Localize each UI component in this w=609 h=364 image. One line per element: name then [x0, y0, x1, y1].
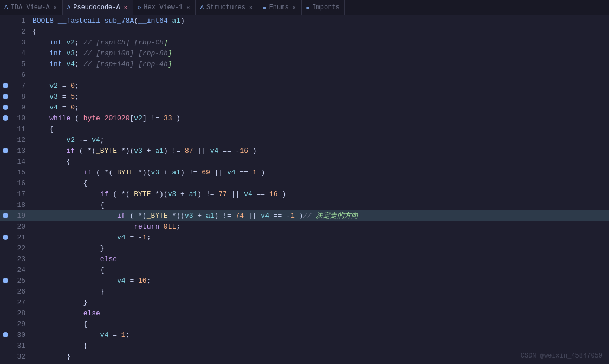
line-code: int v2; // [rsp+Ch] [rbp-Ch] [30, 38, 609, 47]
watermark: CSDN @weixin_45847059 [521, 352, 602, 360]
line-code [30, 71, 609, 79]
line-number: 31 [11, 342, 30, 350]
breakpoint-dot[interactable] [3, 235, 8, 240]
tab-icon-imports: ≡ [306, 4, 310, 11]
tab-icon-pseudo-a: A [67, 4, 71, 11]
line-number: 3 [11, 38, 30, 47]
code-row: 17 if ( *(_BYTE *)(v3 + a1) != 77 || v4 … [0, 188, 609, 199]
breakpoint-dot[interactable] [3, 278, 8, 283]
line-dot-col [0, 235, 11, 240]
code-row: 32 } [0, 351, 609, 362]
line-number: 32 [11, 353, 30, 361]
tab-nclose-structures: ✕ [248, 4, 254, 11]
line-dot-col [0, 278, 11, 283]
line-dot-col [0, 148, 11, 153]
code-row: 11 { [0, 123, 609, 134]
code-row: 15 if ( *(_BYTE *)(v3 + a1) != 69 || v4 … [0, 167, 609, 178]
line-code: v4 = 0; [30, 103, 609, 112]
tab-bar: A IDA View-A ✕ A Pseudocode-A ✕ ◇ Hex Vi… [0, 0, 609, 15]
code-row: 24 { [0, 264, 609, 275]
main-area: 1BOOL8 __fastcall sub_78A(__int64 a1)2{3… [0, 15, 609, 364]
line-number: 17 [11, 190, 30, 198]
tab-icon-ida-a: A [4, 4, 8, 11]
line-code: v3 = 5; [30, 93, 609, 101]
breakpoint-dot[interactable] [3, 94, 8, 99]
line-code: if ( *(_BYTE *)(v3 + a1) != 87 || v4 == … [30, 147, 609, 155]
tab-label-pseudo-a: Pseudocode-A [73, 4, 120, 11]
tab-pseudo-a[interactable]: A Pseudocode-A ✕ [63, 0, 133, 15]
breakpoint-dot[interactable] [3, 332, 8, 337]
line-code: { [30, 201, 609, 209]
code-row: 23 else [0, 253, 609, 264]
line-code: else [30, 309, 609, 317]
tab-label-hex-1: Hex View-1 [144, 4, 183, 11]
tab-label-structures: Structures [206, 4, 245, 11]
line-number: 14 [11, 158, 30, 166]
line-code: v4 = -1; [30, 233, 609, 242]
line-number: 1 [11, 17, 30, 25]
code-row: 30 v4 = 1; [0, 329, 609, 340]
line-code: else [30, 255, 609, 263]
line-number: 11 [11, 125, 30, 133]
tab-enums[interactable]: ≡ Enums ✕ [258, 0, 302, 15]
code-view[interactable]: 1BOOL8 __fastcall sub_78A(__int64 a1)2{3… [0, 15, 609, 364]
line-code: } [30, 288, 609, 296]
line-code: } [30, 244, 609, 252]
code-row: 5 int v4; // [rsp+14h] [rbp-4h] [0, 58, 609, 69]
tab-imports[interactable]: ≡ Imports [302, 0, 345, 15]
line-dot-col [0, 213, 11, 218]
line-code: { [30, 179, 609, 187]
line-number: 16 [11, 179, 30, 187]
tab-label-imports: Imports [312, 4, 339, 11]
code-row: 25 v4 = 16; [0, 275, 609, 286]
code-row: 4 int v3; // [rsp+10h] [rbp-8h] [0, 48, 609, 58]
code-row: 13 if ( *(_BYTE *)(v3 + a1) != 87 || v4 … [0, 145, 609, 156]
tab-close-pseudo-a[interactable]: ✕ [123, 4, 128, 11]
line-number: 30 [11, 331, 30, 339]
line-number: 6 [11, 71, 30, 79]
line-code: v4 = 1; [30, 331, 609, 339]
line-number: 4 [11, 49, 30, 57]
line-number: 28 [11, 309, 30, 317]
line-number: 25 [11, 277, 30, 285]
line-number: 2 [11, 28, 30, 36]
tab-nclose-enums: ✕ [291, 4, 297, 11]
code-row: 9 v4 = 0; [0, 102, 609, 113]
line-code: BOOL8 __fastcall sub_78A(__int64 a1) [30, 17, 609, 25]
code-row: 20 return 0LL; [0, 221, 609, 232]
breakpoint-dot[interactable] [3, 115, 8, 121]
tab-icon-structures: A [200, 4, 204, 11]
line-code: { [30, 125, 609, 133]
line-number: 9 [11, 103, 30, 112]
line-code: int v4; // [rsp+14h] [rbp-4h] [30, 60, 609, 68]
line-number: 22 [11, 244, 30, 252]
code-row: 31 } [0, 340, 609, 351]
line-number: 10 [11, 114, 30, 122]
line-dot-col [0, 332, 11, 337]
code-row: 16 { [0, 178, 609, 188]
line-number: 29 [11, 320, 30, 328]
line-number: 15 [11, 168, 30, 177]
tab-structures[interactable]: A Structures ✕ [196, 0, 258, 15]
tab-hex-1[interactable]: ◇ Hex View-1 ✕ [133, 0, 196, 15]
line-number: 24 [11, 266, 30, 274]
code-row: 1BOOL8 __fastcall sub_78A(__int64 a1) [0, 15, 609, 26]
line-code: v2 = 0; [30, 82, 609, 90]
breakpoint-dot[interactable] [3, 213, 8, 218]
tab-icon-hex-1: ◇ [138, 4, 141, 11]
code-row: 10 while ( byte_201020[v2] != 33 ) [0, 113, 609, 123]
code-row: 2{ [0, 26, 609, 37]
line-code: int v3; // [rsp+10h] [rbp-8h] [30, 49, 609, 57]
breakpoint-dot[interactable] [3, 148, 8, 153]
tab-ida-a[interactable]: A IDA View-A ✕ [0, 0, 63, 15]
code-row: 12 v2 -= v4; [0, 134, 609, 145]
line-number: 5 [11, 60, 30, 68]
code-row: 22 } [0, 243, 609, 253]
breakpoint-dot[interactable] [3, 105, 8, 110]
line-code: if ( *(_BYTE *)(v3 + a1) != 77 || v4 == … [30, 190, 609, 198]
line-code: v2 -= v4; [30, 136, 609, 144]
line-number: 23 [11, 255, 30, 263]
line-code: { [30, 320, 609, 328]
breakpoint-dot[interactable] [3, 83, 8, 88]
line-code: while ( byte_201020[v2] != 33 ) [30, 114, 609, 122]
